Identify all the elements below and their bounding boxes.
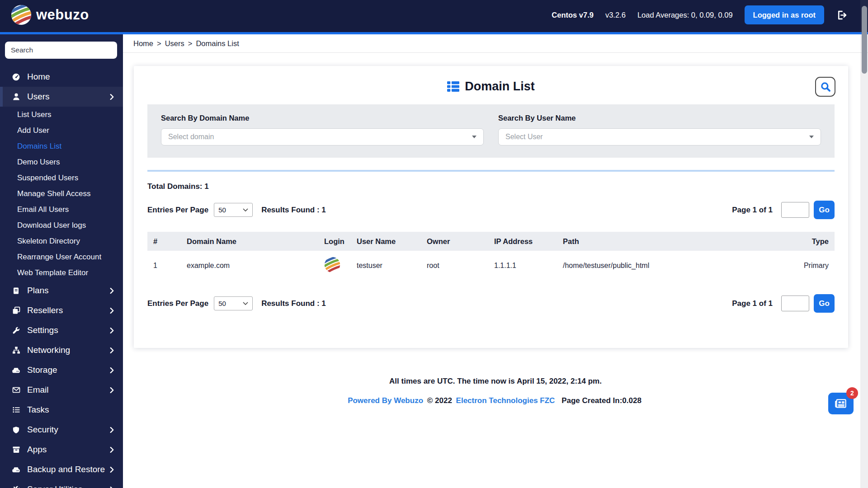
col-number: #	[147, 232, 181, 251]
section-divider	[147, 170, 835, 172]
sidebar-item-label: Resellers	[27, 305, 63, 315]
apps-box-icon	[12, 446, 20, 454]
total-domains: Total Domains: 1	[147, 182, 835, 191]
scrollbar-thumb[interactable]	[862, 6, 867, 74]
sidebar-item-label: Backup and Restore	[27, 465, 105, 474]
results-found-label: Results Found : 1	[261, 299, 326, 308]
entries-per-page-select[interactable]: 50	[214, 203, 253, 217]
sidebar-item-backup-and-restore[interactable]: Backup and Restore	[0, 460, 123, 479]
news-widget-button[interactable]: 2	[828, 393, 854, 414]
powered-by-webuzo-link[interactable]: Powered By Webuzo	[348, 396, 423, 405]
results-found-label: Results Found : 1	[261, 206, 326, 215]
go-label: Go	[819, 206, 830, 214]
sidebar-item-server-utilities[interactable]: Server Utilities	[0, 479, 123, 488]
breadcrumb-home[interactable]: Home	[133, 39, 153, 48]
go-button[interactable]: Go	[814, 201, 835, 219]
sidebar-item-storage[interactable]: Storage	[0, 360, 123, 380]
chevron-right-icon	[110, 367, 114, 373]
topbar: webuzo Centos v7.9 v3.2.6 Load Averages:…	[0, 0, 868, 34]
sidebar-item-label: Server Utilities	[27, 484, 82, 488]
breadcrumb: Home > Users > Domains List	[123, 34, 868, 53]
user-select[interactable]: Select User	[498, 128, 821, 145]
hard-drive-icon	[12, 366, 20, 375]
caret-down-icon	[472, 136, 476, 138]
sidebar-item-label: Storage	[27, 365, 57, 375]
sidebar-item-resellers[interactable]: Resellers	[0, 300, 123, 320]
sidebar-item-label: Home	[27, 72, 50, 82]
domain-list-card: Domain List Search By Domain Name Select…	[134, 66, 848, 348]
sidebar-item-label: Email	[27, 385, 49, 395]
page-number-input[interactable]	[781, 296, 809, 311]
user-select-placeholder: Select User	[505, 133, 543, 141]
sidebar-menu: Home Users List Users Add User Domains L…	[0, 67, 123, 488]
sidebar-item-label: Apps	[27, 445, 47, 455]
sidebar-search-input[interactable]	[5, 42, 117, 59]
go-button[interactable]: Go	[814, 294, 835, 313]
main-content: Home > Users > Domains List Domain List …	[123, 34, 868, 488]
sidebar-subitem-manage-shell-access[interactable]: Manage Shell Access	[0, 186, 123, 202]
sidebar-item-settings[interactable]: Settings	[0, 320, 123, 340]
sidebar-subitem-email-all-users[interactable]: Email All Users	[0, 202, 123, 217]
sidebar-subitem-demo-users[interactable]: Demo Users	[0, 154, 123, 170]
col-login: Login	[318, 232, 351, 251]
sidebar-subitem-skeleton-directory[interactable]: Skeleton Directory	[0, 233, 123, 249]
sidebar-item-label: Tasks	[27, 405, 49, 415]
sidebar-subitem-add-user[interactable]: Add User	[0, 122, 123, 138]
login-as-user-icon[interactable]	[324, 257, 340, 273]
tools-icon	[12, 485, 20, 488]
sidebar-item-email[interactable]: Email	[0, 380, 123, 400]
electron-technologies-link[interactable]: Electron Technologies FZC	[456, 396, 555, 405]
sidebar-item-networking[interactable]: Networking	[0, 340, 123, 360]
page-indicator: Page 1 of 1	[732, 299, 773, 308]
sidebar-item-plans[interactable]: Plans	[0, 281, 123, 300]
pagination-top: Entries Per Page 50 Results Found : 1 Pa…	[147, 201, 835, 219]
resellers-clone-icon	[12, 306, 20, 314]
logged-in-as-root-button[interactable]: Logged in as root	[745, 5, 824, 24]
list-icon	[12, 406, 20, 414]
entries-per-page-select[interactable]: 50	[214, 296, 253, 310]
sidebar-item-label: Settings	[27, 325, 58, 335]
brand-name: webuzo	[36, 7, 89, 23]
sidebar-item-users[interactable]: Users	[0, 87, 123, 107]
sidebar-item-security[interactable]: Security	[0, 420, 123, 440]
col-type: Type	[769, 232, 835, 251]
chevron-right-icon	[110, 447, 114, 453]
sidebar-subitem-domains-list[interactable]: Domains List	[0, 138, 123, 154]
backup-drive-icon	[12, 465, 20, 474]
sidebar-subitem-download-user-logs[interactable]: Download User logs	[0, 217, 123, 233]
entries-per-page-label: Entries Per Page	[147, 299, 208, 308]
envelope-icon	[12, 386, 20, 394]
sidebar-subitem-list-users[interactable]: List Users	[0, 107, 123, 122]
total-domains-value: 1	[204, 182, 208, 191]
page-number-input[interactable]	[781, 202, 809, 218]
dashboard-icon	[12, 73, 20, 81]
sidebar-subitem-rearrange-user-account[interactable]: Rearrange User Account	[0, 249, 123, 265]
sidebar-item-home[interactable]: Home	[0, 67, 123, 87]
breadcrumb-users[interactable]: Users	[165, 39, 184, 48]
magnifier-icon	[820, 81, 831, 93]
page-scrollbar[interactable]	[860, 0, 868, 488]
table-row: 1 example.com testuser root 1.1.1.1 /hom…	[147, 251, 835, 281]
entries-per-page-value: 50	[218, 300, 226, 307]
login-label: Logged in as root	[753, 11, 816, 19]
cell-number: 1	[147, 251, 181, 281]
cell-login	[318, 251, 351, 281]
breadcrumb-separator: >	[157, 39, 161, 48]
chevron-right-icon	[110, 308, 114, 314]
cell-domain-name: example.com	[181, 251, 318, 281]
chevron-right-icon	[110, 328, 114, 333]
copyright: © 2022	[427, 396, 452, 405]
sidebar: Home Users List Users Add User Domains L…	[0, 34, 123, 488]
sidebar-subitem-web-template-editor[interactable]: Web Template Editor	[0, 265, 123, 281]
sidebar-item-apps[interactable]: Apps	[0, 440, 123, 460]
domain-select[interactable]: Select domain	[161, 128, 484, 145]
webuzo-logo[interactable]: webuzo	[11, 5, 89, 25]
sidebar-item-label: Users	[27, 92, 50, 102]
search-toggle-button[interactable]	[815, 77, 835, 97]
cell-type: Primary	[769, 251, 835, 281]
sidebar-item-tasks[interactable]: Tasks	[0, 400, 123, 420]
os-version: Centos v7.9	[552, 11, 594, 19]
sidebar-subitem-suspended-users[interactable]: Suspended Users	[0, 170, 123, 186]
sign-out-icon[interactable]	[836, 9, 847, 21]
sidebar-item-label: Security	[27, 425, 58, 435]
